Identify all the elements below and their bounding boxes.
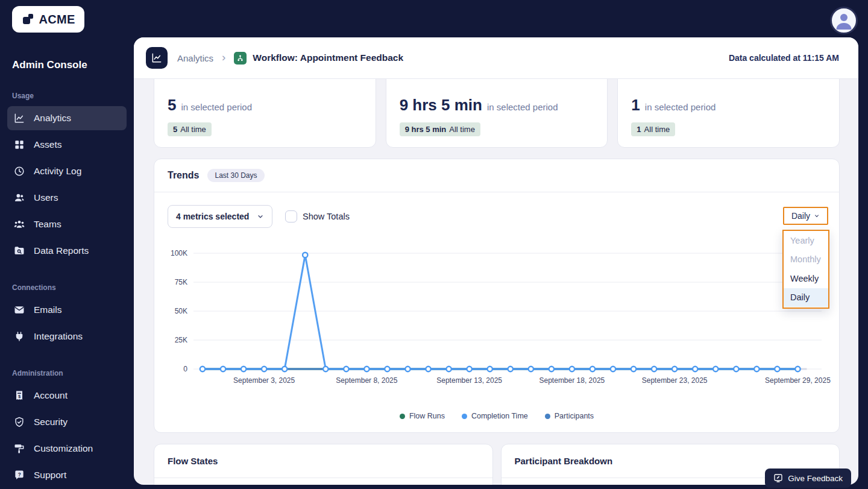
stat-value: 5: [168, 96, 176, 115]
breadcrumb-analytics-link[interactable]: Analytics: [177, 53, 213, 63]
legend-item-flow-runs: Flow Runs: [400, 412, 445, 420]
sidebar-item-security[interactable]: Security: [7, 410, 127, 434]
svg-text:50K: 50K: [175, 307, 187, 315]
svg-text:75K: 75K: [175, 278, 187, 286]
line-chart-icon: [13, 112, 25, 124]
sidebar: ACME Admin Console Usage Analytics Asset…: [0, 0, 134, 489]
metrics-multiselect[interactable]: 4 metrics selected: [168, 205, 272, 228]
sidebar-item-account[interactable]: $ Account: [7, 383, 127, 408]
legend-dot-steel: [545, 414, 550, 419]
trends-title: Trends: [168, 170, 199, 181]
sidebar-item-integrations[interactable]: Integrations: [7, 324, 127, 349]
teams-icon: [13, 218, 25, 230]
granularity-select[interactable]: Daily: [783, 207, 828, 225]
all-time-label: All time: [644, 125, 670, 134]
sidebar-item-label: Data Reports: [34, 245, 89, 256]
person-icon: [832, 8, 856, 33]
legend-label: Flow Runs: [409, 412, 445, 420]
all-time-value: 9 hrs 5 min: [405, 125, 447, 134]
sidebar-item-label: Activity Log: [34, 166, 81, 177]
billing-receipt-icon: $: [13, 390, 25, 402]
chevron-right-icon: ›: [222, 51, 225, 64]
sidebar-item-analytics[interactable]: Analytics: [7, 106, 127, 130]
sidebar-item-emails[interactable]: Emails: [7, 298, 127, 322]
trend-line-chart: 025K50K75K100KSeptember 3, 2025September…: [165, 245, 831, 390]
granularity-option-weekly[interactable]: Weekly: [784, 269, 828, 288]
feedback-label: Give Feedback: [788, 474, 843, 483]
sidebar-item-label: Support: [34, 470, 66, 481]
all-time-label: All time: [449, 125, 475, 134]
envelope-icon: [13, 304, 25, 316]
chevron-down-icon: [257, 213, 264, 220]
granularity-menu: Yearly Monthly Weekly Daily: [782, 230, 829, 309]
page-title: Workflow: Appointment Feedback: [253, 52, 403, 63]
page: { "app": { "brand": "ACME", "console_tit…: [0, 0, 868, 489]
all-time-badge: 5All time: [168, 122, 212, 136]
user-avatar[interactable]: [830, 7, 858, 34]
legend-dot-blue: [462, 414, 467, 419]
all-time-value: 5: [173, 125, 177, 134]
svg-text:100K: 100K: [171, 249, 187, 257]
granularity-option-monthly[interactable]: Monthly: [784, 250, 828, 270]
give-feedback-button[interactable]: Give Feedback: [765, 468, 851, 488]
sidebar-item-customization[interactable]: Customization: [7, 437, 127, 461]
show-totals-label: Show Totals: [303, 212, 350, 221]
metrics-multiselect-value: 4 metrics selected: [176, 212, 249, 221]
svg-text:September 13, 2025: September 13, 2025: [436, 376, 502, 385]
analytics-chart-icon: [146, 47, 168, 69]
paint-roller-icon: [13, 443, 25, 455]
users-icon: [13, 192, 25, 204]
panel-body: 5 in selected period 5All time 9 hrs 5 m…: [134, 79, 858, 485]
brand-logo[interactable]: ACME: [12, 6, 84, 33]
show-totals-control: Show Totals: [285, 210, 350, 222]
sidebar-item-label: Security: [34, 417, 68, 427]
stat-caption: in selected period: [181, 102, 252, 112]
sidebar-item-users[interactable]: Users: [7, 186, 127, 210]
show-totals-checkbox[interactable]: [285, 210, 297, 222]
all-time-badge: 1All time: [631, 122, 675, 136]
sidebar-item-label: Analytics: [34, 113, 71, 124]
history-clock-icon: [13, 165, 25, 177]
bottom-row: Flow States Participant Breakdown: [154, 444, 840, 485]
sidebar-item-activity-log[interactable]: Activity Log: [7, 159, 127, 183]
granularity-option-yearly[interactable]: Yearly: [784, 231, 828, 250]
section-label-usage: Usage: [12, 92, 122, 100]
sidebar-item-label: Account: [34, 390, 68, 401]
stat-caption: in selected period: [645, 102, 716, 112]
sidebar-item-label: Assets: [34, 139, 62, 150]
legend-item-participants: Participants: [545, 412, 594, 420]
date-range-badge: Last 30 Days: [207, 169, 264, 182]
flow-states-title: Flow States: [168, 456, 218, 466]
granularity-select-value: Daily: [791, 211, 810, 221]
sidebar-item-label: Emails: [34, 304, 62, 315]
sidebar-item-data-reports[interactable]: Data Reports: [7, 239, 127, 263]
chevron-down-icon: [814, 213, 820, 219]
trends-header: Trends Last 30 Days: [154, 159, 839, 192]
plug-icon: [13, 330, 25, 342]
flow-states-card: Flow States: [154, 444, 493, 485]
stat-value: 9 hrs 5 min: [400, 96, 482, 115]
svg-text:?: ?: [18, 472, 21, 478]
all-time-value: 1: [637, 125, 641, 134]
svg-text:September 29, 2025: September 29, 2025: [765, 376, 831, 385]
sidebar-item-support[interactable]: ? Support: [7, 463, 127, 487]
participant-breakdown-title: Participant Breakdown: [515, 456, 613, 466]
stat-value: 1: [631, 96, 640, 115]
legend-item-completion-time: Completion Time: [462, 412, 528, 420]
console-title: Admin Console: [12, 59, 122, 71]
sidebar-item-teams[interactable]: Teams: [7, 212, 127, 236]
grid-icon: [13, 139, 25, 151]
trends-card: Trends Last 30 Days 4 metrics selected S…: [154, 159, 840, 433]
sidebar-item-assets[interactable]: Assets: [7, 133, 127, 157]
granularity-option-daily[interactable]: Daily: [784, 288, 828, 308]
all-time-label: All time: [180, 125, 206, 134]
legend-dot-green: [400, 414, 405, 419]
shield-check-icon: [13, 416, 25, 428]
sidebar-item-label: Teams: [34, 219, 61, 230]
help-chat-icon: ?: [13, 469, 25, 481]
workflow-icon: [234, 52, 247, 65]
flow-states-header: Flow States: [154, 444, 492, 478]
svg-text:$: $: [18, 394, 20, 399]
acme-logo-icon: [21, 12, 36, 27]
folder-search-icon: [13, 245, 25, 257]
